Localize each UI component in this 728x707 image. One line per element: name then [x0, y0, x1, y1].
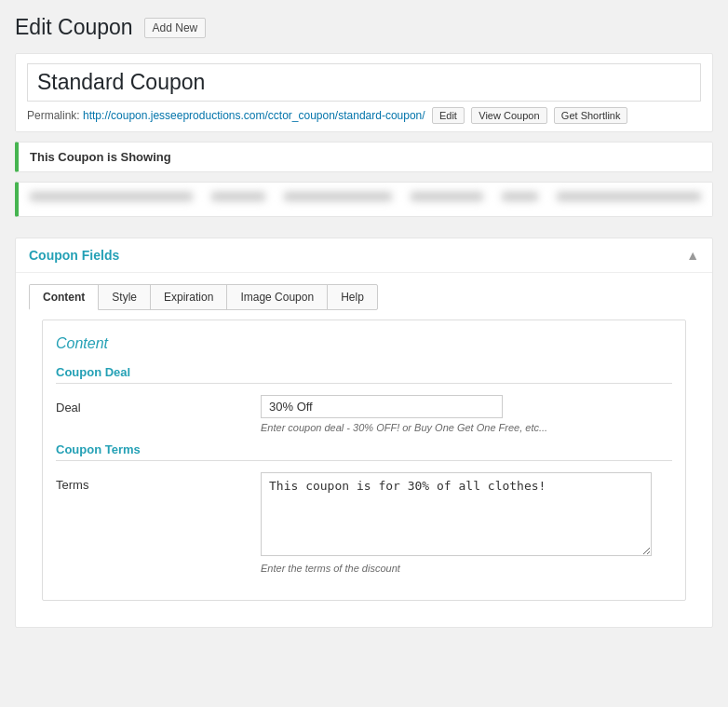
tab-style[interactable]: Style	[98, 284, 151, 310]
panel-title: Coupon Fields	[29, 248, 119, 263]
panel-toggle-icon[interactable]: ▲	[686, 248, 699, 263]
tab-image-coupon[interactable]: Image Coupon	[226, 284, 328, 310]
permalink-suffix: /	[422, 109, 425, 122]
terms-form-row: Terms This coupon is for 30% of all clot…	[56, 472, 672, 574]
coupon-terms-divider	[56, 460, 672, 461]
blurred-content	[30, 192, 701, 201]
blur-block-1	[30, 192, 193, 201]
blur-block-6	[557, 192, 701, 201]
permalink-slug: standard-coupon	[338, 109, 422, 122]
deal-hint: Enter coupon deal - 30% OFF! or Buy One …	[261, 422, 672, 433]
title-card: Permalink: http://coupon.jesseeproductio…	[15, 53, 713, 132]
blur-block-3	[284, 192, 392, 201]
coupon-deal-divider	[56, 383, 672, 384]
deal-form-row: Deal Enter coupon deal - 30% OFF! or Buy…	[56, 395, 672, 433]
blur-block-2	[211, 192, 265, 201]
tab-help[interactable]: Help	[327, 284, 378, 310]
tab-content[interactable]: Content	[29, 284, 99, 310]
coupon-fields-panel: Coupon Fields ▲ Content Style Expiration…	[15, 238, 713, 628]
deal-field: Enter coupon deal - 30% OFF! or Buy One …	[261, 395, 672, 433]
add-new-button[interactable]: Add New	[144, 18, 207, 38]
page-title: Edit Coupon	[15, 15, 133, 40]
content-heading: Content	[56, 335, 672, 352]
permalink-prefix: http://coupon.jesseeproductions.com/ccto…	[83, 109, 338, 122]
content-tab-panel: Content Coupon Deal Deal Enter coupon de…	[42, 320, 686, 601]
blurred-row	[15, 182, 713, 217]
terms-textarea[interactable]: This coupon is for 30% of all clothes!	[261, 472, 652, 556]
panel-body: Content Coupon Deal Deal Enter coupon de…	[16, 310, 712, 627]
page-header: Edit Coupon Add New	[15, 15, 713, 40]
blur-block-5	[502, 192, 538, 201]
terms-label: Terms	[56, 472, 261, 492]
permalink-edit-button[interactable]: Edit	[432, 107, 465, 124]
get-shortlink-button[interactable]: Get Shortlink	[554, 107, 628, 124]
section-gap	[15, 226, 713, 238]
blur-block-4	[411, 192, 483, 201]
coupon-notice: This Coupon is Showing	[15, 142, 713, 172]
panel-header: Coupon Fields ▲	[16, 238, 712, 273]
permalink-url-prefix[interactable]: http://coupon.jesseeproductions.com/ccto…	[83, 109, 428, 122]
permalink-row: Permalink: http://coupon.jesseeproductio…	[16, 102, 712, 131]
coupon-deal-heading: Coupon Deal	[56, 365, 672, 379]
view-coupon-button[interactable]: View Coupon	[471, 107, 546, 124]
terms-field: This coupon is for 30% of all clothes! E…	[261, 472, 672, 574]
tabs-row: Content Style Expiration Image Coupon He…	[16, 273, 712, 310]
permalink-label: Permalink:	[27, 109, 80, 122]
terms-hint: Enter the terms of the discount	[261, 563, 672, 574]
deal-label: Deal	[56, 395, 261, 415]
coupon-terms-heading: Coupon Terms	[56, 442, 672, 456]
title-area	[16, 54, 712, 102]
tab-expiration[interactable]: Expiration	[150, 284, 227, 310]
post-title-input[interactable]	[27, 63, 701, 102]
deal-input[interactable]	[261, 395, 503, 418]
